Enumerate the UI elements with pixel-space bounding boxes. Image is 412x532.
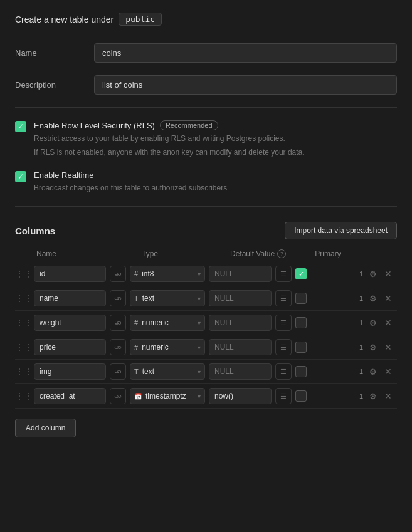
delete-column-button[interactable]: ✕ (382, 290, 394, 306)
row-number: 1 (359, 392, 363, 400)
type-icon: # (134, 343, 138, 351)
link-icon-button[interactable] (110, 363, 126, 380)
rls-row: ✓ Enable Row Level Security (RLS) Recomm… (15, 120, 397, 158)
link-icon-button[interactable] (110, 339, 126, 355)
default-col-header: Default Value ? (230, 249, 305, 258)
default-value-input[interactable] (209, 290, 272, 306)
drag-handle[interactable]: ⋮⋮ (18, 293, 30, 303)
default-options-button[interactable]: ☰ (275, 363, 292, 380)
type-select[interactable]: # numeric ▾ (130, 315, 205, 331)
realtime-checkbox[interactable]: ✓ (15, 171, 26, 182)
row-actions: 1 ⚙ ✕ (359, 315, 394, 331)
type-select[interactable]: T text ▾ (130, 363, 205, 380)
type-select[interactable]: T text ▾ (130, 290, 205, 306)
column-name-input[interactable] (34, 388, 106, 404)
type-select[interactable]: # int8 ▾ (130, 266, 205, 282)
default-options-button[interactable]: ☰ (275, 290, 292, 306)
type-icon: # (134, 270, 138, 278)
gear-button[interactable]: ⚙ (364, 315, 382, 331)
row-actions: 1 ⚙ ✕ (359, 290, 394, 306)
default-options-button[interactable]: ☰ (275, 315, 292, 331)
name-input[interactable] (94, 43, 397, 63)
column-name-input[interactable] (34, 266, 106, 282)
name-field-row: Name (15, 43, 397, 63)
primary-key-checkbox[interactable] (295, 317, 307, 328)
name-col-header: Name (36, 249, 118, 258)
drag-handle[interactable]: ⋮⋮ (18, 367, 30, 377)
drag-handle[interactable]: ⋮⋮ (18, 342, 30, 352)
delete-column-button[interactable]: ✕ (382, 339, 394, 355)
gear-button[interactable]: ⚙ (364, 290, 382, 306)
delete-column-button[interactable]: ✕ (382, 363, 394, 380)
gear-button[interactable]: ⚙ (364, 363, 382, 380)
drag-handle[interactable]: ⋮⋮ (18, 391, 30, 401)
gear-button[interactable]: ⚙ (364, 339, 382, 355)
default-info-icon: ? (277, 249, 286, 258)
table-row: ⋮⋮ T text ▾ ☰ 1 ⚙ ✕ (15, 360, 397, 384)
checkmark-icon-2: ✓ (18, 173, 24, 180)
default-options-button[interactable]: ☰ (275, 339, 292, 355)
link-icon-button[interactable] (110, 388, 126, 404)
primary-key-checkbox[interactable]: ✓ (295, 268, 307, 279)
drag-handle[interactable]: ⋮⋮ (18, 269, 30, 279)
primary-col-header: Primary (309, 249, 347, 258)
row-number: 1 (359, 319, 363, 326)
primary-checkmark: ✓ (298, 270, 304, 278)
primary-key-checkbox[interactable] (295, 366, 307, 377)
columns-header-row: Name Type Default Value ? Primary (15, 249, 397, 262)
chevron-down-icon: ▾ (198, 320, 201, 326)
rls-label: Enable Row Level Security (RLS) (34, 121, 155, 130)
primary-key-checkbox[interactable] (295, 293, 307, 304)
link-icon-button[interactable] (110, 290, 126, 306)
default-value-input[interactable] (209, 339, 272, 355)
row-number: 1 (359, 343, 363, 351)
type-col-header: Type (142, 249, 226, 258)
realtime-label-group: Enable Realtime Broadcast changes on thi… (34, 170, 227, 194)
default-options-button[interactable]: ☰ (275, 266, 292, 282)
row-number: 1 (359, 368, 363, 375)
import-spreadsheet-button[interactable]: Import data via spreadsheet (285, 222, 397, 239)
divider-1 (15, 107, 397, 108)
description-input[interactable] (94, 75, 397, 95)
type-icon: T (134, 295, 139, 302)
chevron-down-icon: ▾ (198, 344, 201, 351)
description-label: Description (15, 75, 84, 90)
columns-table: Name Type Default Value ? Primary ⋮⋮ # i (15, 249, 397, 409)
drag-handle[interactable]: ⋮⋮ (18, 318, 30, 328)
link-icon-button[interactable] (110, 315, 126, 331)
description-field-row: Description (15, 75, 397, 95)
type-select[interactable]: 📅 timestamptz ▾ (130, 388, 205, 404)
primary-key-checkbox[interactable] (295, 342, 307, 353)
primary-key-checkbox[interactable] (295, 390, 307, 402)
table-row: ⋮⋮ # numeric ▾ ☰ 1 ⚙ ✕ (15, 335, 397, 360)
type-select[interactable]: # numeric ▾ (130, 339, 205, 355)
realtime-section: ✓ Enable Realtime Broadcast changes on t… (15, 170, 397, 194)
link-icon-button[interactable] (110, 266, 126, 282)
rls-checkbox[interactable]: ✓ (15, 121, 26, 132)
chevron-down-icon: ▾ (198, 393, 201, 400)
column-name-input[interactable] (34, 363, 106, 380)
gear-button[interactable]: ⚙ (364, 266, 382, 282)
column-name-input[interactable] (34, 339, 106, 355)
table-row: ⋮⋮ T text ▾ ☰ 1 ⚙ ✕ (15, 286, 397, 311)
default-value-input[interactable] (209, 315, 272, 331)
row-actions: 1 ⚙ ✕ (359, 388, 394, 404)
delete-column-button[interactable]: ✕ (382, 266, 394, 282)
gear-button[interactable]: ⚙ (364, 388, 382, 404)
page-container: Create a new table under public Name Des… (0, 0, 412, 450)
columns-section: Columns Import data via spreadsheet Name… (15, 222, 397, 437)
add-column-button[interactable]: Add column (15, 419, 76, 437)
column-name-input[interactable] (34, 290, 106, 306)
table-row: ⋮⋮ 📅 timestamptz ▾ ☰ 1 ⚙ ✕ (15, 384, 397, 409)
type-icon: T (134, 368, 139, 375)
columns-header: Columns Import data via spreadsheet (15, 222, 397, 239)
default-value-input[interactable] (209, 266, 272, 282)
header-prefix: Create a new table under (15, 14, 114, 24)
column-name-input[interactable] (34, 315, 106, 331)
default-options-button[interactable]: ☰ (275, 388, 292, 404)
delete-column-button[interactable]: ✕ (382, 388, 394, 404)
rls-desc1: Restrict access to your table by enablin… (34, 133, 305, 144)
default-value-input[interactable] (209, 363, 272, 380)
delete-column-button[interactable]: ✕ (382, 315, 394, 331)
default-value-input[interactable] (209, 388, 272, 404)
